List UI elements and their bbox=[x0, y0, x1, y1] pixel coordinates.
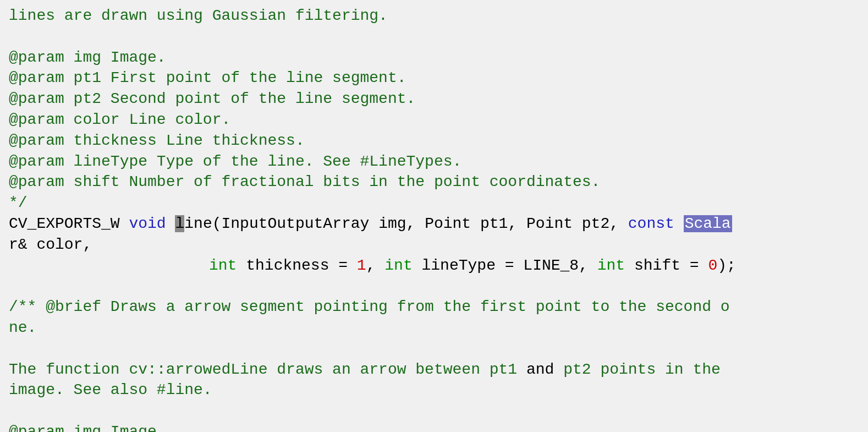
empty-line-1 bbox=[9, 26, 859, 47]
line-param-color: @param color Line color. bbox=[9, 110, 859, 130]
line-cv-exports-3: int thickness = 1, int lineType = LINE_8… bbox=[9, 255, 859, 276]
line-brief-arrow-2: ne. bbox=[9, 318, 859, 338]
line-brief-arrow: /** @brief Draws a arrow segment pointin… bbox=[9, 297, 859, 318]
line-param-img-2: @param img Image. bbox=[9, 422, 859, 432]
line-function-desc-2: image. See also #line. bbox=[9, 380, 859, 401]
line-param-shift: @param shift Number of fractional bits i… bbox=[9, 172, 859, 193]
line-param-thickness: @param thickness Line thickness. bbox=[9, 130, 859, 151]
line-cv-exports: CV_EXPORTS_W void line(InputOutputArray … bbox=[9, 214, 859, 234]
line-param-linetype: @param lineType Type of the line. See #L… bbox=[9, 151, 859, 172]
line-param-pt1: @param pt1 First point of the line segme… bbox=[9, 68, 859, 89]
line-cv-exports-2: r& color, bbox=[9, 234, 859, 255]
line-param-pt2: @param pt2 Second point of the line segm… bbox=[9, 89, 859, 110]
empty-line-3 bbox=[9, 338, 859, 359]
line-param-img: @param img Image. bbox=[9, 47, 859, 68]
line-1: lines are drawn using Gaussian filtering… bbox=[9, 6, 859, 26]
line-function-desc: The function cv::arrowedLine draws an ar… bbox=[9, 359, 859, 380]
empty-line-2 bbox=[9, 276, 859, 297]
code-view: lines are drawn using Gaussian filtering… bbox=[9, 6, 859, 432]
line-comment-end: */ bbox=[9, 193, 859, 214]
empty-line-4 bbox=[9, 401, 859, 422]
